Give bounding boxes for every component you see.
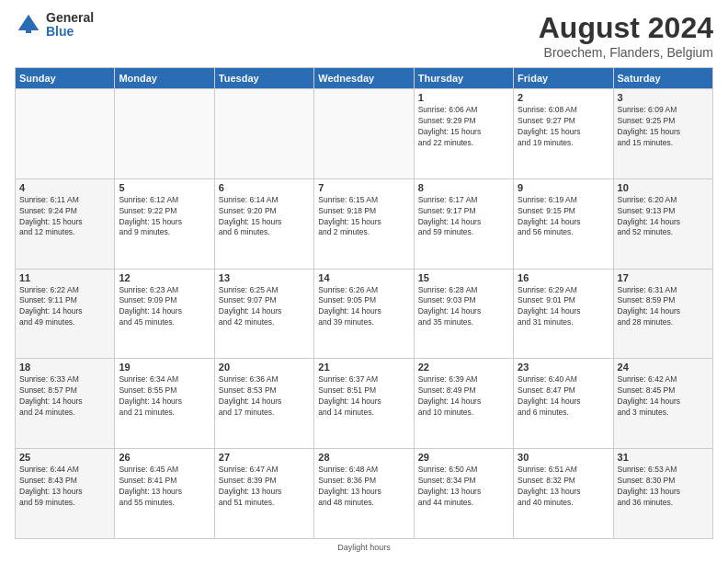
table-row: 10Sunrise: 6:20 AM Sunset: 9:13 PM Dayli… bbox=[613, 178, 712, 269]
table-row: 1Sunrise: 6:06 AM Sunset: 9:29 PM Daylig… bbox=[414, 89, 513, 179]
day-number: 4 bbox=[19, 182, 110, 193]
day-number: 18 bbox=[19, 362, 110, 373]
day-number: 31 bbox=[618, 452, 709, 463]
table-row bbox=[214, 89, 313, 179]
day-info: Sunrise: 6:37 AM Sunset: 8:51 PM Dayligh… bbox=[318, 374, 409, 419]
day-number: 16 bbox=[518, 272, 609, 283]
col-friday: Friday bbox=[514, 68, 613, 89]
col-thursday: Thursday bbox=[414, 68, 513, 89]
day-info: Sunrise: 6:34 AM Sunset: 8:55 PM Dayligh… bbox=[119, 374, 210, 419]
day-info: Sunrise: 6:42 AM Sunset: 8:45 PM Dayligh… bbox=[618, 374, 709, 419]
day-number: 6 bbox=[219, 182, 310, 193]
day-number: 21 bbox=[318, 362, 409, 373]
day-number: 3 bbox=[618, 92, 709, 103]
day-number: 20 bbox=[219, 362, 310, 373]
table-row: 22Sunrise: 6:39 AM Sunset: 8:49 PM Dayli… bbox=[414, 359, 513, 449]
day-number: 2 bbox=[518, 92, 609, 103]
month-title: August 2024 bbox=[539, 11, 713, 45]
day-info: Sunrise: 6:45 AM Sunset: 8:41 PM Dayligh… bbox=[119, 465, 210, 509]
table-row: 7Sunrise: 6:15 AM Sunset: 9:18 PM Daylig… bbox=[314, 178, 414, 269]
svg-rect-1 bbox=[26, 27, 31, 34]
logo-general-text: General bbox=[46, 11, 94, 25]
day-info: Sunrise: 6:15 AM Sunset: 9:18 PM Dayligh… bbox=[318, 195, 409, 239]
day-number: 8 bbox=[418, 182, 509, 193]
day-number: 7 bbox=[318, 182, 409, 193]
calendar-week-3: 11Sunrise: 6:22 AM Sunset: 9:11 PM Dayli… bbox=[16, 269, 713, 359]
day-number: 26 bbox=[119, 452, 210, 463]
table-row bbox=[314, 89, 414, 179]
table-row: 31Sunrise: 6:53 AM Sunset: 8:30 PM Dayli… bbox=[613, 449, 712, 539]
day-number: 10 bbox=[618, 182, 709, 193]
day-number: 25 bbox=[19, 452, 110, 463]
day-info: Sunrise: 6:23 AM Sunset: 9:09 PM Dayligh… bbox=[119, 285, 210, 329]
logo-icon bbox=[15, 11, 42, 39]
table-row: 2Sunrise: 6:08 AM Sunset: 9:27 PM Daylig… bbox=[514, 89, 613, 179]
table-row: 25Sunrise: 6:44 AM Sunset: 8:43 PM Dayli… bbox=[16, 449, 115, 539]
day-number: 23 bbox=[518, 362, 609, 373]
footer: Daylight hours bbox=[15, 543, 713, 552]
col-monday: Monday bbox=[115, 68, 214, 89]
logo-blue-text: Blue bbox=[46, 25, 94, 39]
day-number: 15 bbox=[418, 272, 509, 283]
table-row: 27Sunrise: 6:47 AM Sunset: 8:39 PM Dayli… bbox=[214, 449, 313, 539]
day-number: 29 bbox=[418, 452, 509, 463]
day-info: Sunrise: 6:31 AM Sunset: 8:59 PM Dayligh… bbox=[618, 285, 709, 329]
day-info: Sunrise: 6:29 AM Sunset: 9:01 PM Dayligh… bbox=[518, 285, 609, 329]
table-row: 20Sunrise: 6:36 AM Sunset: 8:53 PM Dayli… bbox=[214, 359, 313, 449]
calendar-week-1: 1Sunrise: 6:06 AM Sunset: 9:29 PM Daylig… bbox=[16, 89, 713, 179]
day-info: Sunrise: 6:48 AM Sunset: 8:36 PM Dayligh… bbox=[318, 465, 409, 509]
logo-text: General Blue bbox=[46, 11, 94, 40]
day-info: Sunrise: 6:12 AM Sunset: 9:22 PM Dayligh… bbox=[119, 195, 210, 239]
col-saturday: Saturday bbox=[613, 68, 712, 89]
table-row: 19Sunrise: 6:34 AM Sunset: 8:55 PM Dayli… bbox=[115, 359, 214, 449]
calendar: Sunday Monday Tuesday Wednesday Thursday… bbox=[15, 67, 713, 539]
calendar-week-4: 18Sunrise: 6:33 AM Sunset: 8:57 PM Dayli… bbox=[16, 359, 713, 449]
day-number: 27 bbox=[219, 452, 310, 463]
day-info: Sunrise: 6:47 AM Sunset: 8:39 PM Dayligh… bbox=[219, 465, 310, 509]
day-info: Sunrise: 6:09 AM Sunset: 9:25 PM Dayligh… bbox=[618, 105, 709, 149]
day-info: Sunrise: 6:11 AM Sunset: 9:24 PM Dayligh… bbox=[19, 195, 110, 239]
day-number: 9 bbox=[518, 182, 609, 193]
day-info: Sunrise: 6:40 AM Sunset: 8:47 PM Dayligh… bbox=[518, 374, 609, 419]
day-info: Sunrise: 6:20 AM Sunset: 9:13 PM Dayligh… bbox=[618, 195, 709, 239]
table-row: 3Sunrise: 6:09 AM Sunset: 9:25 PM Daylig… bbox=[613, 89, 712, 179]
day-info: Sunrise: 6:14 AM Sunset: 9:20 PM Dayligh… bbox=[219, 195, 310, 239]
day-info: Sunrise: 6:17 AM Sunset: 9:17 PM Dayligh… bbox=[418, 195, 509, 239]
header: General Blue August 2024 Broechem, Fland… bbox=[15, 11, 713, 60]
table-row: 28Sunrise: 6:48 AM Sunset: 8:36 PM Dayli… bbox=[314, 449, 414, 539]
logo: General Blue bbox=[15, 11, 94, 40]
footer-text: Daylight hours bbox=[337, 543, 391, 552]
day-number: 30 bbox=[518, 452, 609, 463]
table-row: 13Sunrise: 6:25 AM Sunset: 9:07 PM Dayli… bbox=[214, 269, 313, 359]
day-info: Sunrise: 6:44 AM Sunset: 8:43 PM Dayligh… bbox=[19, 465, 110, 509]
day-number: 24 bbox=[618, 362, 709, 373]
table-row: 18Sunrise: 6:33 AM Sunset: 8:57 PM Dayli… bbox=[16, 359, 115, 449]
day-info: Sunrise: 6:33 AM Sunset: 8:57 PM Dayligh… bbox=[19, 374, 110, 419]
day-info: Sunrise: 6:36 AM Sunset: 8:53 PM Dayligh… bbox=[219, 374, 310, 419]
title-section: August 2024 Broechem, Flanders, Belgium bbox=[539, 11, 713, 60]
day-number: 28 bbox=[318, 452, 409, 463]
day-info: Sunrise: 6:53 AM Sunset: 8:30 PM Dayligh… bbox=[618, 465, 709, 509]
table-row bbox=[115, 89, 214, 179]
day-number: 13 bbox=[219, 272, 310, 283]
day-info: Sunrise: 6:19 AM Sunset: 9:15 PM Dayligh… bbox=[518, 195, 609, 239]
table-row: 29Sunrise: 6:50 AM Sunset: 8:34 PM Dayli… bbox=[414, 449, 513, 539]
table-row: 9Sunrise: 6:19 AM Sunset: 9:15 PM Daylig… bbox=[514, 178, 613, 269]
table-row: 21Sunrise: 6:37 AM Sunset: 8:51 PM Dayli… bbox=[314, 359, 414, 449]
location: Broechem, Flanders, Belgium bbox=[539, 45, 713, 60]
table-row: 23Sunrise: 6:40 AM Sunset: 8:47 PM Dayli… bbox=[514, 359, 613, 449]
day-number: 12 bbox=[119, 272, 210, 283]
table-row: 4Sunrise: 6:11 AM Sunset: 9:24 PM Daylig… bbox=[16, 178, 115, 269]
calendar-header-row: Sunday Monday Tuesday Wednesday Thursday… bbox=[16, 68, 713, 89]
day-number: 22 bbox=[418, 362, 509, 373]
day-info: Sunrise: 6:25 AM Sunset: 9:07 PM Dayligh… bbox=[219, 285, 310, 329]
day-number: 11 bbox=[19, 272, 110, 283]
day-info: Sunrise: 6:39 AM Sunset: 8:49 PM Dayligh… bbox=[418, 374, 509, 419]
table-row: 26Sunrise: 6:45 AM Sunset: 8:41 PM Dayli… bbox=[115, 449, 214, 539]
table-row: 12Sunrise: 6:23 AM Sunset: 9:09 PM Dayli… bbox=[115, 269, 214, 359]
table-row: 8Sunrise: 6:17 AM Sunset: 9:17 PM Daylig… bbox=[414, 178, 513, 269]
calendar-week-5: 25Sunrise: 6:44 AM Sunset: 8:43 PM Dayli… bbox=[16, 449, 713, 539]
calendar-week-2: 4Sunrise: 6:11 AM Sunset: 9:24 PM Daylig… bbox=[16, 178, 713, 269]
day-number: 17 bbox=[618, 272, 709, 283]
day-number: 14 bbox=[318, 272, 409, 283]
